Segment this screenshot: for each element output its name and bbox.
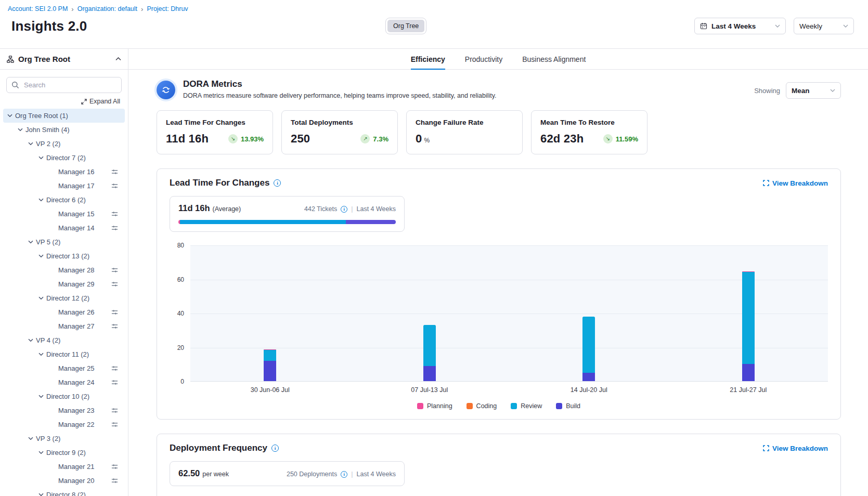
tree-item[interactable]: VP 2 (2) [3,137,125,151]
breadcrumb-link[interactable]: Project: Dhruv [147,5,188,12]
info-icon[interactable]: i [271,445,279,452]
showing-dropdown[interactable]: Mean [786,82,841,99]
org-tree-button[interactable]: Org Tree [387,20,424,32]
filter-sliders-icon[interactable] [111,309,118,316]
filter-sliders-icon[interactable] [111,267,118,273]
trend-down-arrow-icon: ↘ [603,134,613,143]
tree-item[interactable]: Director 9 (2) [3,446,125,460]
tree-item-label: John Smith (4) [25,126,70,134]
tree-item[interactable]: Director 8 (2) [3,488,125,496]
title-row: Insights 2.0 Org Tree Last 4 Weeks Weekl… [8,18,854,34]
filter-sliders-icon[interactable] [111,168,118,175]
filter-sliders-icon[interactable] [111,225,118,231]
breadcrumb-link[interactable]: Account: SEI 2.0 PM [8,5,68,12]
x-axis-line [190,381,828,382]
expand-all-icon [81,99,87,105]
chevron-down-icon[interactable] [28,338,33,342]
tree-item[interactable]: VP 3 (2) [3,432,125,446]
filter-sliders-icon[interactable] [111,281,118,288]
tree-item[interactable]: Manager 20 [3,474,125,488]
filter-sliders-icon[interactable] [111,407,118,414]
chevron-down-icon[interactable] [38,451,44,454]
chevron-down-icon[interactable] [28,437,33,440]
tree-item[interactable]: Manager 17 [3,179,125,193]
tree-item[interactable]: Manager 27 [3,319,125,333]
tree-item-label: Director 7 (2) [46,154,86,162]
tree-item[interactable]: Manager 24 [3,375,125,389]
info-icon[interactable]: i [341,206,347,213]
tree-item[interactable]: Org Tree Root (1) [3,109,125,123]
filter-sliders-icon[interactable] [111,477,118,484]
view-breakdown-link[interactable]: View Breakdown [763,179,828,187]
tree-item[interactable]: Manager 15 [3,207,125,221]
expand-all-button[interactable]: Expand All [0,93,128,108]
chevron-down-icon[interactable] [38,254,44,258]
legend-item[interactable]: Build [556,402,580,410]
breadcrumb-link[interactable]: Organization: default [77,5,137,12]
deployment-rate-value: 62.50 [178,468,200,478]
search-input[interactable] [6,77,122,93]
tree-item[interactable]: Director 7 (2) [3,151,125,165]
trend-value: 7.3% [373,135,388,143]
tree-item[interactable]: Manager 14 [3,221,125,235]
deployment-rate-qualifier: per week [202,471,229,478]
chevron-down-icon[interactable] [38,156,44,160]
chevron-down-icon[interactable] [38,395,44,398]
tree-item[interactable]: Director 11 (2) [3,347,125,361]
info-icon[interactable]: i [274,179,281,187]
legend-item[interactable]: Coding [467,402,497,410]
filter-sliders-icon[interactable] [111,421,118,428]
y-axis-label: 60 [177,276,184,283]
tree-item[interactable]: Manager 21 [3,460,125,474]
granularity-dropdown[interactable]: Weekly [794,18,854,34]
info-icon[interactable]: i [341,471,347,478]
tab-efficiency[interactable]: Efficiency [411,49,445,69]
tree-item[interactable]: Manager 28 [3,263,125,277]
tree-item[interactable]: Manager 26 [3,305,125,319]
collapse-chevron-up-icon[interactable] [115,57,121,61]
tree-item[interactable]: Manager 29 [3,277,125,291]
chevron-down-icon[interactable] [28,240,33,244]
date-range-dropdown[interactable]: Last 4 Weeks [694,18,786,34]
tree-item[interactable]: John Smith (4) [3,123,125,137]
filter-sliders-icon[interactable] [111,211,118,217]
metric-card-title: Mean Time To Restore [540,119,638,126]
tree-item[interactable]: Manager 16 [3,165,125,179]
filter-sliders-icon[interactable] [111,323,118,330]
filter-sliders-icon[interactable] [111,182,118,189]
legend-item[interactable]: Review [511,402,542,410]
breadcrumb-separator-icon: › [141,6,143,12]
content-scroll[interactable]: DORA Metrics DORA metrics measure softwa… [128,70,868,496]
chevron-down-icon[interactable] [18,128,23,132]
x-axis-label: 14 Jul-20 Jul [509,386,669,394]
tree-item[interactable]: Director 6 (2) [3,193,125,207]
tree-item[interactable]: Manager 22 [3,417,125,432]
chevron-down-icon[interactable] [38,353,44,356]
tree-item[interactable]: Director 12 (2) [3,291,125,305]
tab-productivity[interactable]: Productivity [465,49,502,69]
org-tree-toggle: Org Tree [385,18,426,34]
tree-item-label: Manager 14 [58,224,94,232]
lead-time-section-header: Lead Time For Changes i View Breakdown [170,178,828,188]
tree-item-label: Manager 21 [58,463,94,471]
tree-item[interactable]: VP 4 (2) [3,333,125,347]
chevron-down-icon[interactable] [38,296,44,300]
view-breakdown-link[interactable]: View Breakdown [763,445,828,452]
chevron-down-icon[interactable] [38,493,44,496]
legend-item[interactable]: Planning [417,402,452,410]
tree-item[interactable]: VP 5 (2) [3,235,125,249]
tree-item[interactable]: Director 10 (2) [3,389,125,403]
trend-badge: ↘13.93% [228,134,264,143]
filter-sliders-icon[interactable] [111,463,118,470]
tree-item[interactable]: Manager 25 [3,361,125,375]
chevron-down-icon[interactable] [7,114,12,118]
tree-item[interactable]: Director 13 (2) [3,249,125,263]
tree-item[interactable]: Manager 23 [3,403,125,417]
chevron-down-icon[interactable] [38,198,44,202]
chevron-down-icon[interactable] [28,142,33,146]
filter-sliders-icon[interactable] [111,379,118,386]
filter-sliders-icon[interactable] [111,365,118,372]
tickets-count: 442 Tickets [304,205,337,213]
showing-label: Showing [754,87,780,95]
tab-business-alignment[interactable]: Business Alignment [522,49,586,69]
